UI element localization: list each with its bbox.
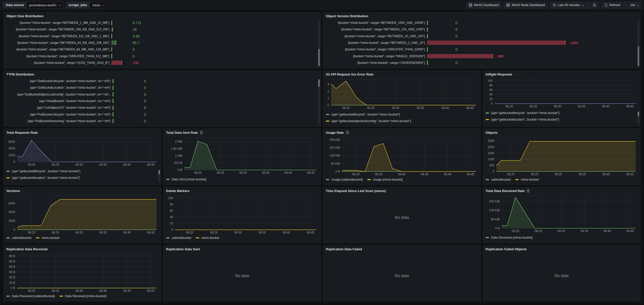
bar-gauge-label: {bucket="minio-bucket", range="BETWEEN_2… xyxy=(326,41,427,45)
panel-title-text: Object Version Distribution xyxy=(326,14,368,18)
panel-title-text: TTFB Distribution xyxy=(6,72,34,76)
bar-gauge-row: {api="HeadBucket", bucket="minio-bucket"… xyxy=(6,98,314,104)
panel-title[interactable]: Time Elapsed Since Last Scan (nanos) xyxy=(323,187,480,194)
panel-title[interactable]: Object Version Distribution xyxy=(323,12,640,20)
panel-title[interactable]: Object Size Distribution xyxy=(4,12,321,20)
legend-scrollbar[interactable] xyxy=(158,169,160,183)
panel-title[interactable]: Replication Failed Objects xyxy=(483,245,640,253)
bar-gauge-value: 0 xyxy=(144,86,146,90)
refresh-button[interactable]: Refresh xyxy=(602,3,623,7)
svg-text:08:40: 08:40 xyxy=(602,105,610,108)
svg-text:08:35: 08:35 xyxy=(99,231,107,234)
panel-title[interactable]: Replication Data Sent xyxy=(164,245,321,253)
scrollbar-thumb[interactable] xyxy=(318,79,320,87)
svg-text:08:45: 08:45 xyxy=(626,229,634,233)
bar-gauge-row: {api="PutBucketVersioning", bucket="mini… xyxy=(6,118,314,124)
legend-item[interactable]: {api="getbucketobjectlockconfig", bucket… xyxy=(6,181,158,183)
svg-text:64 B: 64 B xyxy=(9,265,15,269)
panel-title[interactable]: S3 API Request 4xx Error Rate xyxy=(323,71,480,78)
panel-description-icon[interactable] xyxy=(526,189,530,193)
panel-title[interactable]: Replication Data Failed xyxy=(323,245,480,253)
legend-item[interactable]: {api="getbucketlocation", bucket="minio-… xyxy=(486,116,638,123)
scrollbar-thumb[interactable] xyxy=(158,170,160,175)
time-range-picker[interactable]: Last 30 minutes xyxy=(550,3,586,7)
scrollbar-thumb[interactable] xyxy=(318,49,320,66)
svg-text:6000: 6000 xyxy=(8,202,15,205)
panel-title[interactable]: Objects xyxy=(483,129,640,136)
panel-title-text: Versions xyxy=(6,189,20,193)
legend-item[interactable]: Data Received [cabinetbucket] xyxy=(6,293,55,299)
legend-item[interactable]: Usage [cabinetbucket] xyxy=(326,177,363,183)
legend-item[interactable]: {api="getbucketobjectlockconfig", bucket… xyxy=(326,118,478,124)
panel-title[interactable]: Total Data Received Rate xyxy=(483,187,640,194)
legend-label: Usage [minio-bucket] xyxy=(373,178,402,181)
bar-gauge-value: 0 xyxy=(455,34,457,38)
bar-gauge-label: {api="GetBucketLocation", bucket="minio-… xyxy=(6,86,113,89)
clock-icon xyxy=(553,3,556,7)
legend-item[interactable]: Usage [minio-bucket] xyxy=(367,177,402,183)
bar-gauge-row: {bucket="minio-bucket", range="BETWEEN_1… xyxy=(326,26,634,32)
legend-item[interactable]: minio-bucket xyxy=(36,235,59,241)
scrollbar-thumb[interactable] xyxy=(638,112,639,116)
bar-gauge-bar xyxy=(113,106,113,110)
panel-title[interactable]: Usage Rate xyxy=(323,129,480,136)
panel-title[interactable]: Total Requests Rate xyxy=(4,129,161,136)
legend-item[interactable]: cabinetbucket xyxy=(486,177,511,183)
panel-title[interactable]: Replication Data Received xyxy=(4,245,161,253)
svg-text:0: 0 xyxy=(491,102,493,105)
legend-item[interactable]: cabinetbucket xyxy=(6,235,31,241)
refresh-interval-picker[interactable]: 10s xyxy=(628,3,641,7)
panel-description-icon[interactable] xyxy=(199,131,203,134)
legend-item[interactable]: {api="getbucketlifecycle", bucket="minio… xyxy=(6,168,158,175)
panel-title-text: Object Size Distribution xyxy=(6,14,44,18)
panel-scrollbar[interactable] xyxy=(318,21,320,66)
svg-text:0: 0 xyxy=(171,228,173,232)
link-label: MinIO Dashboard xyxy=(474,3,499,7)
chart-legend: Usage [cabinetbucket]Usage [minio-bucket… xyxy=(326,177,478,183)
scrape-jobs-picker[interactable]: minio xyxy=(90,2,107,8)
panel-title-text: Usage Rate xyxy=(326,131,344,135)
legend-item[interactable]: minio-bucket xyxy=(196,235,219,241)
panel-scrollbar[interactable] xyxy=(637,21,639,66)
bar-gauge-bar xyxy=(427,21,428,25)
legend-swatch-icon xyxy=(6,237,10,238)
legend-item[interactable]: {api="getbucketobjectlockconfig", bucket… xyxy=(486,123,638,124)
chart-area: 020004000600008:2008:2508:3008:3508:4008… xyxy=(6,194,158,235)
panel-title[interactable]: Delete Markers xyxy=(164,187,321,194)
legend-item[interactable]: {api="getbucketlocation", bucket="minio-… xyxy=(6,175,158,181)
svg-text:08:20: 08:20 xyxy=(507,173,514,176)
scrollbar-thumb[interactable] xyxy=(638,46,639,66)
chart-legend: Data Received [minio-bucket] xyxy=(486,233,638,241)
panel-scrollbar[interactable] xyxy=(318,79,320,124)
legend-item[interactable]: Data Received [minio-bucket] xyxy=(59,293,106,299)
legend-swatch-icon xyxy=(486,119,489,120)
apps-icon xyxy=(506,3,510,7)
data-source-picker[interactable]: prometheus-test01 xyxy=(27,2,63,8)
panel-description-icon[interactable] xyxy=(346,131,349,134)
panel-title[interactable]: Versions xyxy=(4,187,161,194)
legend-item[interactable]: {api="getbucketlifecycle", bucket="minio… xyxy=(486,110,638,116)
panel-title-text: Replication Data Sent xyxy=(166,247,200,251)
svg-text:08:40: 08:40 xyxy=(602,173,610,176)
link-minio-node-dashboard[interactable]: MinIO Node Dashboard xyxy=(504,2,547,8)
legend-item[interactable]: Data Sent [minio-bucket] xyxy=(166,176,318,183)
panel-object-version-distribution: Object Version Distribution{bucket="mini… xyxy=(323,12,640,68)
svg-text:08:35: 08:35 xyxy=(417,106,424,110)
panel-title[interactable]: TTFB Distribution xyxy=(4,71,321,78)
bar-gauge-row: {bucket="minio-bucket", range="BETWEEN_2… xyxy=(6,26,314,32)
link-minio-dashboard[interactable]: MinIO Dashboard xyxy=(466,2,501,8)
zoom-out-button[interactable] xyxy=(590,3,599,7)
svg-text:192 KiB: 192 KiB xyxy=(329,146,340,149)
svg-text:128 KiB: 128 KiB xyxy=(329,154,340,157)
legend-scrollbar[interactable] xyxy=(637,111,639,124)
panel-title[interactable]: Inflight Requests xyxy=(483,71,640,78)
legend-item[interactable]: {api="getbucketlifecycle", bucket="minio… xyxy=(326,111,478,118)
panel-title[interactable]: Total Data Sent Rate xyxy=(164,129,321,136)
panel-body: {bucket="minio-bucket", range="BETWEEN_1… xyxy=(323,20,640,68)
legend-item[interactable]: minio-bucket xyxy=(515,177,539,183)
no-data-message: No data xyxy=(486,253,638,299)
legend-item[interactable]: Data Received [minio-bucket] xyxy=(486,234,638,241)
legend-item[interactable]: cabinetbucket xyxy=(166,235,191,241)
svg-text:08:30: 08:30 xyxy=(234,231,242,234)
panel-total-data-sent-rate: Total Data Sent Rate0 B512 B1 KiB1.50 Ki… xyxy=(163,129,321,185)
